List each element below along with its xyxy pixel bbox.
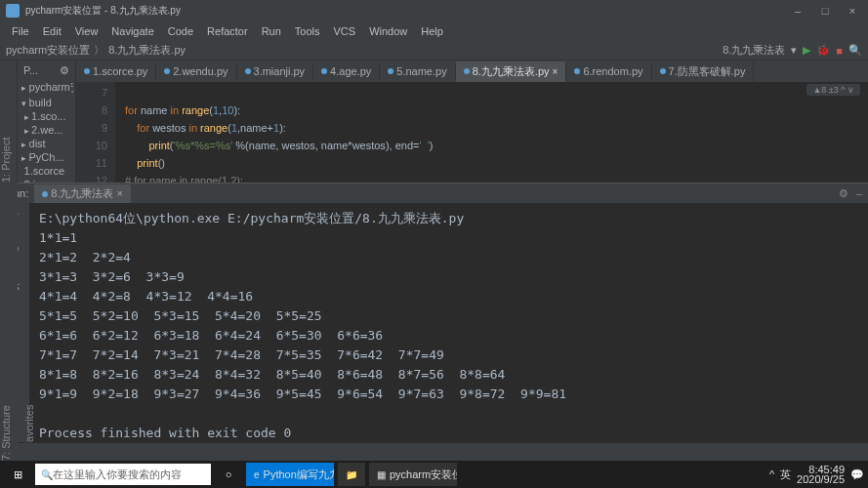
tab-6-active[interactable]: 8.九九乘法表.py × [456, 61, 567, 82]
debug-button-icon[interactable]: 🐞 [816, 44, 830, 57]
menu-window[interactable]: Window [363, 23, 413, 39]
editor-tabs: 1.scorce.py 2.wendu.py 3.mianji.py 4.age… [76, 61, 868, 82]
project-panel-title: P... [23, 64, 38, 77]
inspection-badge[interactable]: ▲8 ±3 ^ ∨ [806, 84, 860, 96]
tree-item[interactable]: ▸ 1.sco... [20, 109, 73, 123]
tree-item[interactable]: ▸ dist [20, 137, 73, 150]
console-output[interactable]: E:\python64位\python.exe E:/pycharm安装位置/8… [29, 203, 868, 442]
windows-taskbar: ⊞ 🔍 在这里输入你要搜索的内容 ○ e Python编写九九乘... 📁 ▦ … [0, 461, 868, 488]
breadcrumb-bar: pycharm安装位置 〉 8.九九乘法表.py 8.九九乘法表 ▾ ▶ 🐞 ■… [0, 41, 868, 61]
menu-edit[interactable]: Edit [37, 23, 67, 39]
tab-1[interactable]: 1.scorce.py [76, 62, 156, 80]
close-button[interactable]: × [843, 5, 862, 17]
tab-8[interactable]: 7.防黑客破解.py [652, 61, 755, 82]
menu-file[interactable]: File [6, 23, 35, 39]
menu-view[interactable]: View [69, 23, 104, 39]
cortana-icon[interactable]: ○ [215, 463, 242, 486]
taskbar-app-edge[interactable]: e Python编写九九乘... [246, 463, 334, 486]
project-tool-tab[interactable]: 1: Project [0, 64, 12, 183]
tab-7[interactable]: 6.rendom.py [566, 62, 651, 80]
menubar: File Edit View Navigate Code Refactor Ru… [0, 21, 868, 41]
tray-chevron-icon[interactable]: ^ [769, 468, 774, 480]
run-tab[interactable]: 8.九九乘法表 × [34, 184, 131, 203]
menu-run[interactable]: Run [256, 23, 287, 39]
code-content[interactable]: for name in range(1,10): for westos in r… [115, 82, 442, 183]
left-tool-rail: 1: Project [0, 61, 18, 183]
start-button[interactable]: ⊞ [4, 463, 31, 486]
menu-help[interactable]: Help [415, 23, 449, 39]
breadcrumb-sep: 〉 [94, 43, 104, 58]
tab-2[interactable]: 2.wendu.py [156, 62, 236, 80]
run-panel: Run: 8.九九乘法表 × ⚙ – ▶ ■ ↻ ⇩ ⇆ E:\python64… [0, 183, 868, 442]
titlebar: pycharm安装位置 - 8.九九乘法表.py – □ × [0, 0, 868, 21]
taskbar-app-pycharm[interactable]: ▦ pycharm安装位置 ... [369, 463, 457, 486]
minimize-button[interactable]: – [788, 5, 807, 17]
menu-vcs[interactable]: VCS [328, 23, 362, 39]
run-button-icon[interactable]: ▶ [803, 44, 810, 57]
menu-code[interactable]: Code [162, 23, 199, 39]
project-tree[interactable]: P...⚙ ▸ pycharm安装位置 ▾ build ▸ 1.sco... ▸… [18, 61, 76, 183]
ide-status-bar [18, 443, 868, 461]
menu-navigate[interactable]: Navigate [105, 23, 159, 39]
run-config-select[interactable]: 8.九九乘法表 [723, 43, 785, 58]
run-hide-icon[interactable]: – [856, 187, 862, 200]
breadcrumb-file[interactable]: 8.九九乘法表.py [108, 43, 186, 58]
tree-item[interactable]: ▸ PyCh... [20, 150, 73, 164]
run-settings-icon[interactable]: ⚙ [839, 187, 848, 200]
structure-tool-tab[interactable]: 7: Structure [0, 190, 12, 461]
taskbar-app-explorer[interactable]: 📁 [338, 463, 365, 486]
code-editor[interactable]: ▲8 ±3 ^ ∨ 789101112 for name in range(1,… [76, 82, 868, 183]
window-title: pycharm安装位置 - 8.九九乘法表.py [25, 4, 788, 18]
tree-item[interactable]: 2.ico [20, 178, 73, 183]
favorites-tool-tab[interactable]: 2: Favorites [23, 190, 35, 461]
tree-root[interactable]: ▸ pycharm安装位置 [20, 79, 73, 96]
stop-icon[interactable]: ■ [836, 45, 843, 57]
tree-item[interactable]: ▾ build [20, 96, 73, 109]
chevron-down-icon[interactable]: ▾ [791, 44, 797, 57]
project-panel-gear-icon[interactable]: ⚙ [60, 64, 69, 77]
taskbar-search[interactable]: 🔍 在这里输入你要搜索的内容 [35, 464, 211, 485]
tab-5[interactable]: 5.name.py [380, 62, 455, 80]
tree-item[interactable]: 1.scorce [20, 164, 73, 178]
left-rail-bottom: 7: Structure 2: Favorites [0, 183, 18, 461]
breadcrumb-project[interactable]: pycharm安装位置 [6, 43, 90, 58]
tray-ime[interactable]: 英 [780, 468, 791, 482]
tray-notifications-icon[interactable]: 💬 [850, 468, 864, 481]
tree-item[interactable]: ▸ 2.we... [20, 123, 73, 137]
gutter: 789101112 [76, 82, 115, 183]
app-icon [6, 4, 20, 18]
menu-tools[interactable]: Tools [289, 23, 326, 39]
search-icon[interactable]: 🔍 [848, 44, 862, 57]
maximize-button[interactable]: □ [815, 5, 835, 17]
tab-3[interactable]: 3.mianji.py [237, 62, 314, 80]
tab-4[interactable]: 4.age.py [313, 62, 380, 80]
tray-clock[interactable]: 8:45:492020/9/25 [797, 465, 845, 484]
menu-refactor[interactable]: Refactor [201, 23, 254, 39]
